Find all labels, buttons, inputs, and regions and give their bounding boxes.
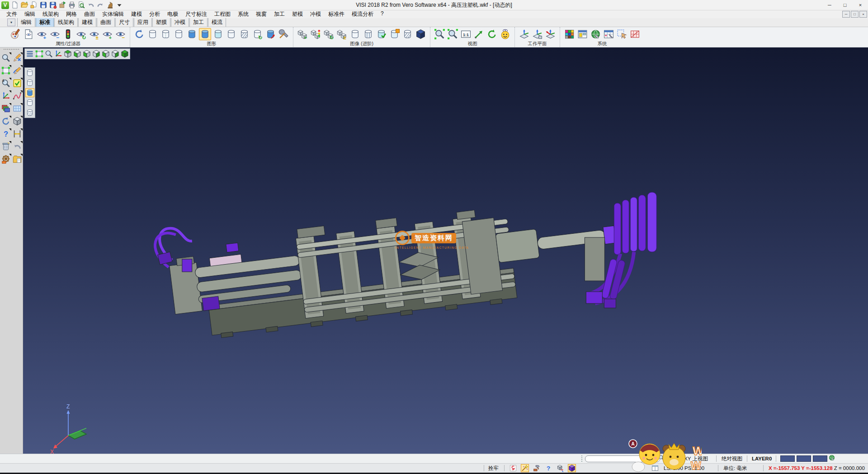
view-iso-icon[interactable]	[120, 49, 129, 58]
refresh-visibility-icon[interactable]: ↻	[75, 28, 87, 40]
toolbar-tab[interactable]: 应用	[134, 18, 152, 27]
show-entities-icon[interactable]: +	[36, 28, 48, 40]
transparent-cylinder-icon[interactable]	[212, 28, 224, 40]
toggle-visibility-icon[interactable]: ±	[88, 28, 100, 40]
fit-view-icon[interactable]	[35, 49, 44, 58]
shade-outline-icon[interactable]	[25, 68, 34, 77]
menu-item[interactable]: ?	[377, 10, 387, 18]
shade-hiddenline-icon[interactable]	[25, 78, 34, 87]
view-left-icon[interactable]	[101, 49, 110, 58]
qat-dropdown-icon[interactable]	[115, 1, 123, 9]
workplane-icon[interactable]	[518, 28, 530, 40]
dock-measure-icon[interactable]	[12, 129, 22, 139]
axis-view-icon[interactable]	[54, 49, 63, 58]
print-preview-icon[interactable]	[77, 1, 85, 9]
zoom-point-icon[interactable]	[473, 28, 485, 40]
cubes-add-icon[interactable]: +	[297, 28, 309, 40]
dock-sketch-icon[interactable]	[12, 66, 22, 76]
child-close-button[interactable]: ×	[859, 11, 867, 18]
open-file-icon[interactable]	[20, 1, 28, 9]
view-menu-icon[interactable]	[25, 49, 34, 58]
maximize-button[interactable]: □	[837, 0, 853, 10]
render-mode-icon[interactable]	[568, 464, 576, 472]
print-icon[interactable]	[68, 1, 76, 9]
cubes-toggle-icon[interactable]: ±	[336, 28, 348, 40]
show-all-icon[interactable]: +	[101, 28, 113, 40]
toolbar-tab[interactable]: 塑膜	[152, 18, 170, 27]
dock-curve-icon[interactable]	[12, 91, 22, 101]
graphics-settings-icon[interactable]	[278, 28, 290, 40]
menu-item[interactable]: 工程图	[211, 10, 234, 18]
dock-axis-icon[interactable]	[1, 91, 11, 101]
view-top-icon[interactable]	[63, 49, 72, 58]
outline-cylinder-icon[interactable]	[349, 28, 361, 40]
3d-viewport[interactable]: Z X 智造资料网 INTELLIGENT MANUFACTURING DATA	[23, 47, 868, 454]
zoom-view-icon[interactable]	[44, 49, 53, 58]
view-bottom-icon[interactable]	[73, 49, 82, 58]
menu-item[interactable]: 分析	[146, 10, 164, 18]
tab-dropdown-icon[interactable]: ▼	[7, 19, 15, 26]
menu-item[interactable]: 曲面	[80, 10, 99, 18]
dock-refresh-icon[interactable]	[1, 116, 11, 126]
zoom-select-icon[interactable]	[434, 28, 446, 40]
toolbar-tab[interactable]: 尺寸	[115, 18, 133, 27]
macro-icon[interactable]	[106, 1, 114, 9]
toolbar-tab[interactable]: 模流	[208, 18, 226, 27]
redo-icon[interactable]	[96, 1, 104, 9]
verified-cylinder-icon[interactable]	[375, 28, 387, 40]
zoom-1-1-icon[interactable]: 1:1	[460, 28, 472, 40]
dock-layers-icon[interactable]	[1, 104, 11, 114]
shade-hatch-icon[interactable]	[25, 108, 34, 117]
menu-item[interactable]: 系统	[234, 10, 252, 18]
attributes-brush-icon[interactable]	[9, 28, 22, 40]
hide-entities-icon[interactable]: −	[49, 28, 61, 40]
dock-fit-icon[interactable]	[1, 66, 11, 76]
workplane-entity-icon[interactable]	[531, 28, 543, 40]
shaded-edges-cylinder-icon[interactable]	[199, 28, 211, 40]
toolbar-tab[interactable]: 线架构	[54, 18, 78, 27]
menu-item[interactable]: 塑模	[288, 10, 307, 18]
export-icon[interactable]	[58, 1, 66, 9]
dock-undo-icon[interactable]	[12, 142, 22, 152]
menu-item[interactable]: 编辑	[21, 10, 39, 18]
minimize-button[interactable]: ─	[822, 0, 837, 10]
view-mode-label[interactable]: 绝对视图	[722, 454, 742, 463]
save-file-icon[interactable]	[39, 1, 47, 9]
menu-item[interactable]: 标准件	[325, 10, 348, 18]
menu-item[interactable]: 文件	[3, 10, 21, 18]
view-front-icon[interactable]	[82, 49, 91, 58]
import-file-icon[interactable]	[30, 1, 38, 9]
table-config-icon[interactable]	[603, 28, 615, 40]
solid-cube-icon[interactable]	[415, 28, 427, 40]
toolbar-tab[interactable]: 标准	[36, 18, 54, 27]
magic-select-icon[interactable]	[521, 464, 529, 472]
lock-toggle[interactable]: 拴牢	[488, 464, 499, 473]
menu-item[interactable]: 模流分析	[348, 10, 377, 18]
ghost-cylinder-icon[interactable]	[225, 28, 237, 40]
dock-wheel-icon[interactable]	[1, 154, 11, 164]
striped-cylinder-icon[interactable]	[362, 28, 374, 40]
menu-item[interactable]: 线架构	[39, 10, 62, 18]
redraw-icon[interactable]	[133, 28, 146, 40]
new-file-icon[interactable]	[11, 1, 19, 9]
cubes-refresh-icon[interactable]: ↻	[323, 28, 335, 40]
menu-item[interactable]: 电极	[164, 10, 182, 18]
shade-wire-icon[interactable]	[25, 98, 34, 107]
network-globe-icon[interactable]	[828, 454, 835, 461]
dynamic-cylinder-icon[interactable]	[264, 28, 277, 40]
hide-all-icon[interactable]: −	[114, 28, 127, 40]
window-layout-icon[interactable]	[651, 464, 659, 472]
zoom-all-icon[interactable]	[447, 28, 459, 40]
tagged-cylinder-icon[interactable]	[388, 28, 401, 40]
dock-zoom-plusminus-icon[interactable]: ±	[1, 78, 11, 88]
view-right-icon[interactable]	[111, 49, 120, 58]
dock-confirm-icon[interactable]	[12, 78, 22, 88]
wireframe-cylinder-icon[interactable]	[146, 28, 159, 40]
view-orientation-label[interactable]: 绝对 XY 上视图	[672, 454, 708, 463]
toolbar-tab[interactable]: 冲模	[171, 18, 189, 27]
dock-grid-icon[interactable]	[12, 104, 22, 114]
toolbar-tab[interactable]: 编辑	[17, 18, 35, 27]
dynamic-view-icon[interactable]	[499, 28, 511, 40]
layer-search-icon[interactable]	[658, 454, 665, 461]
grid-settings-icon[interactable]	[629, 28, 641, 40]
